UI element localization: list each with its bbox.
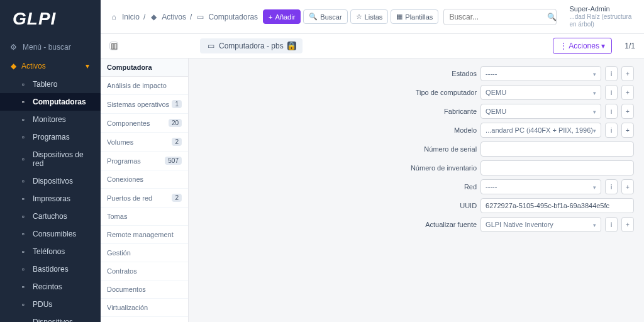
info-icon[interactable]: i <box>605 85 618 100</box>
star-icon: ☆ <box>356 13 362 21</box>
plus-icon[interactable]: + <box>621 85 634 100</box>
nav-icon: ▫ <box>19 194 28 203</box>
sidebar: GLPI ⚙ Menú - buscar ◆Activos ▾ ▫Tablero… <box>0 0 101 322</box>
info-icon[interactable]: i <box>605 104 618 119</box>
sidebar-item[interactable]: ▫Dispositivos pasivos <box>0 313 101 322</box>
plus-icon[interactable]: + <box>621 123 634 138</box>
nav-icon: ▫ <box>19 282 28 291</box>
info-icon[interactable]: i <box>605 123 618 138</box>
pager: 1/1 <box>625 42 635 50</box>
sidebar-item[interactable]: ▫Consumibles <box>0 225 101 243</box>
plus-icon[interactable]: + <box>621 217 634 232</box>
tab[interactable]: Virtualización <box>101 299 188 317</box>
sidebar-item[interactable]: ▫Impresoras <box>0 190 101 208</box>
plus-icon[interactable]: + <box>621 104 634 119</box>
templates-button[interactable]: ▦Plantillas <box>391 9 438 24</box>
tab[interactable]: Análisis de impacto <box>101 77 188 95</box>
nav-icon: ▫ <box>19 133 28 142</box>
tab[interactable]: Tomas <box>101 208 188 226</box>
info-icon[interactable]: i <box>605 66 618 81</box>
home-icon: ⌂ <box>109 13 118 21</box>
type-select[interactable]: QEMU <box>480 85 601 100</box>
toolbar2: ▥ ▭ Computadora - pbs 🔒 ⋮ Acciones ▾ 1/1 <box>101 34 644 58</box>
model-select[interactable]: ...andard PC (i440FX + PIIX, 1996) <box>480 123 601 138</box>
count-badge: 20 <box>169 119 182 127</box>
menu-search-label: Menú - buscar <box>23 43 71 52</box>
search-button[interactable]: 🔍Buscar <box>303 9 347 24</box>
sidebar-item[interactable]: ▫Teléfonos <box>0 243 101 260</box>
user-info[interactable]: Super-Admin ...dad Raíz (estructura en á… <box>569 5 635 28</box>
lists-button[interactable]: ☆Listas <box>350 9 389 24</box>
lock-icon: 🔒 <box>287 42 296 50</box>
nav-icon: ▫ <box>19 80 28 89</box>
settings-icon: ⚙ <box>9 43 18 52</box>
tab[interactable]: Puertos de red2 <box>101 189 188 208</box>
count-badge: 1 <box>172 100 182 108</box>
user-org: ...dad Raíz (estructura en árbol) <box>569 13 635 28</box>
uuid-input[interactable] <box>480 198 634 213</box>
sidebar-item[interactable]: ▫Monitores <box>0 111 101 128</box>
add-button[interactable]: +Añadir <box>263 9 301 24</box>
search-icon: 🔍 <box>547 13 556 21</box>
tab[interactable]: Contratos <box>101 262 188 280</box>
net-select[interactable]: ----- <box>480 179 601 194</box>
nav-icon: ▫ <box>19 300 28 309</box>
crumb-computers[interactable]: Computadoras <box>208 13 258 21</box>
side-tabs: ComputadoraAnálisis de impactoSistemas o… <box>101 58 189 322</box>
main: ⌂ Inicio / ◆ Activos / ▭ Computadoras +A… <box>101 0 644 322</box>
sidebar-item[interactable]: ▫PDUs <box>0 296 101 313</box>
sidebar-item[interactable]: ▫Tablero <box>0 75 101 93</box>
tab[interactable]: Volumes2 <box>101 133 188 152</box>
crumb-assets[interactable]: Activos <box>162 13 186 21</box>
info-icon[interactable]: i <box>605 179 618 194</box>
inventory-input[interactable] <box>480 160 634 175</box>
grid-icon: ▦ <box>396 13 402 21</box>
nav-icon: ▫ <box>19 265 28 274</box>
status-select[interactable]: ----- <box>480 66 601 81</box>
tab[interactable]: Programas507 <box>101 152 188 170</box>
nav-section-activos[interactable]: ◆Activos ▾ <box>0 57 101 75</box>
count-badge: 507 <box>165 157 182 165</box>
tab[interactable]: Sistemas operativos1 <box>101 95 188 114</box>
toolbar-buttons: +Añadir 🔍Buscar ☆Listas ▦Plantillas <box>263 9 438 24</box>
manuf-select[interactable]: QEMU <box>480 104 601 119</box>
count-badge: 2 <box>172 194 182 202</box>
sidebar-item[interactable]: ▫Dispositivos de red <box>0 146 101 172</box>
serial-input[interactable] <box>480 142 634 157</box>
sidebar-item[interactable]: ▫Computadoras <box>0 93 101 111</box>
plus-icon: + <box>269 13 272 21</box>
tab[interactable]: Conexiones <box>101 170 188 189</box>
logo: GLPI <box>0 0 101 38</box>
sidebar-item[interactable]: ▫Bastidores <box>0 260 101 278</box>
plus-icon[interactable]: + <box>621 179 634 194</box>
panel-icon[interactable]: ▥ <box>109 42 118 50</box>
sidebar-item[interactable]: ▫Recintos <box>0 278 101 296</box>
tab[interactable]: Remote management <box>101 226 188 244</box>
cube-icon: ◆ <box>149 13 158 21</box>
user-name: Super-Admin <box>569 5 635 13</box>
nav-icon: ▫ <box>19 115 28 124</box>
sidebar-item[interactable]: ▫Dispositivos <box>0 172 101 190</box>
tab[interactable]: Gestión <box>101 244 188 262</box>
tab[interactable]: Componentes20 <box>101 114 188 133</box>
tab[interactable]: Computadora <box>101 58 188 77</box>
breadcrumb: ⌂ Inicio / ◆ Activos / ▭ Computadoras <box>109 13 258 21</box>
sidebar-item[interactable]: ▫Cartuchos <box>0 208 101 225</box>
actions-button[interactable]: ⋮ Acciones ▾ <box>553 38 613 54</box>
menu-search[interactable]: ⚙ Menú - buscar <box>0 38 101 57</box>
laptop-icon: ▭ <box>196 13 204 21</box>
form: Estados-----i+Tipo de computadorQEMUi+Fa… <box>189 58 644 322</box>
item-chip: ▭ Computadora - pbs 🔒 <box>200 38 303 53</box>
nav-icon: ▫ <box>19 230 28 238</box>
nav-icon: ▫ <box>19 177 28 186</box>
nav-icon: ▫ <box>19 212 28 221</box>
search-input[interactable] <box>449 13 543 21</box>
plus-icon[interactable]: + <box>621 66 634 81</box>
source-select[interactable]: GLPI Native Inventory <box>480 217 601 232</box>
nav-icon: ▫ <box>19 247 28 256</box>
info-icon[interactable]: i <box>605 217 618 232</box>
sidebar-item[interactable]: ▫Programas <box>0 128 101 146</box>
tab[interactable]: Documentos <box>101 280 188 299</box>
global-search[interactable]: 🔍 <box>443 9 557 25</box>
crumb-home[interactable]: Inicio <box>122 13 140 21</box>
